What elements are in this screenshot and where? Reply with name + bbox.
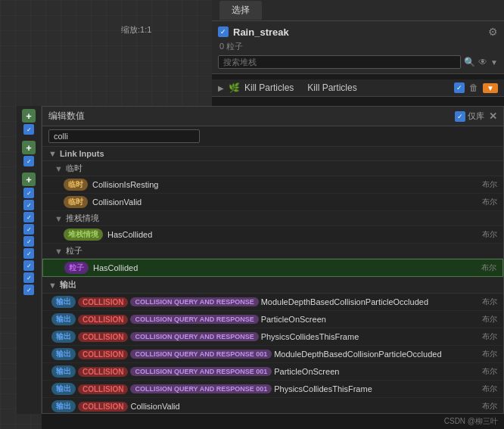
search-row: 🔍 👁 ▼ (218, 55, 498, 69)
output-type-4: 布尔 (482, 349, 497, 359)
output-item-5[interactable]: 输出 COLLISION COLLISION QUERY AND RESPONS… (42, 363, 503, 381)
output-label-7: CollisionValid (130, 402, 480, 411)
collision-tag-5: COLLISION (78, 367, 128, 377)
shuchu-tag-5: 输出 (51, 365, 76, 378)
rain-header: ✓ Rain_streak ⚙ (218, 26, 498, 38)
lizi-subsection-header[interactable]: ▼ 粒子 (42, 244, 503, 259)
rain-title: Rain_streak (233, 26, 289, 38)
lizi-label: 粒子 (66, 245, 82, 256)
output-item-1[interactable]: 输出 COLLISION COLLISION QUERY AND RESPONS… (42, 294, 503, 311)
linshi-tag-1: 临时 (64, 179, 88, 191)
output-item-7[interactable]: 输出 COLLISION CollisionValid 布尔 (42, 398, 503, 414)
left-actions-column: + ✓ + ✓ + ✓ ✓ ✓ ✓ ✓ ✓ ✓ ✓ ✓ (17, 106, 42, 414)
has-collided-lizi-label: HasCollided (93, 263, 477, 272)
collision-valid-linshi-item[interactable]: 临时 CollisionValid 布尔 (42, 194, 503, 211)
check-4[interactable]: ✓ (23, 200, 34, 210)
check-2[interactable]: ✓ (23, 156, 34, 166)
check-10[interactable]: ✓ (23, 272, 34, 283)
select-tab[interactable]: 选择 (219, 1, 262, 20)
library-label: 仅库 (468, 110, 484, 122)
check-9[interactable]: ✓ (23, 260, 34, 271)
kill-trash-icon[interactable]: 🗑 (469, 82, 478, 93)
filter-input[interactable] (48, 129, 200, 143)
check-8[interactable]: ✓ (23, 248, 34, 259)
collision-response-tag-4: COLLISION QUERY AND RESPONSE 001 (130, 350, 272, 359)
collision-valid-linshi-type: 布尔 (482, 197, 497, 207)
output-type-2: 布尔 (482, 314, 497, 325)
kill-section-label: Kill Particles (244, 82, 294, 93)
add-item-button-1[interactable]: + (22, 109, 36, 123)
close-button[interactable]: ✕ (489, 110, 497, 122)
output-label-4: ModuleDepthBasedCollisionParticleOcclude… (274, 350, 480, 359)
collision-tag-2: COLLISION (78, 315, 128, 325)
shuchu-tag-1: 输出 (51, 296, 76, 308)
output-label: 输出 (60, 279, 76, 291)
linshi-subsection-header[interactable]: ▼ 临时 (42, 161, 503, 176)
add-item-button-2[interactable]: + (22, 141, 36, 154)
duidzhan-subsection-header[interactable]: ▼ 推栈情境 (42, 211, 503, 226)
output-label-1: ModuleDepthBasedCollisionParticleOcclude… (261, 297, 480, 306)
settings-gear-icon[interactable]: ⚙ (488, 26, 498, 38)
collision-response-tag-1: COLLISION QUERY AND RESPONSE (130, 297, 258, 306)
shuchu-tag-2: 输出 (51, 313, 76, 325)
collision-is-resting-item[interactable]: 临时 CollisionIsResting 布尔 (42, 176, 503, 194)
check-7[interactable]: ✓ (23, 236, 34, 247)
shuchu-tag-4: 输出 (51, 348, 76, 360)
csdn-label: CSDN @柳三叶 (444, 416, 498, 427)
check-11[interactable]: ✓ (23, 284, 34, 295)
output-item-6[interactable]: 输出 COLLISION COLLISION QUERY AND RESPONS… (42, 381, 503, 398)
eye-icon[interactable]: 👁 (478, 57, 487, 67)
output-type-5: 布尔 (482, 366, 497, 377)
kill-icon: 🌿 (229, 82, 240, 93)
editor-panel: 编辑数值 ✓ 仅库 ✕ ▼ Link Inputs ▼ 临时 临时 Collis… (42, 106, 504, 414)
rain-panel: ✓ Rain_streak ⚙ 0 粒子 🔍 👁 ▼ (212, 21, 504, 74)
output-header[interactable]: ▼ 输出 (42, 277, 503, 294)
rain-enabled-checkbox[interactable]: ✓ (218, 26, 229, 37)
collision-tag-6: COLLISION (78, 384, 128, 394)
editor-panel-title: 编辑数值 (48, 110, 85, 123)
collision-is-resting-label: CollisionIsResting (92, 180, 478, 189)
linshi-label: 临时 (66, 163, 82, 174)
collision-is-resting-type: 布尔 (482, 179, 497, 190)
particle-count: 0 粒子 (219, 41, 498, 52)
collision-response-tag-6: COLLISION QUERY AND RESPONSE 001 (130, 384, 272, 393)
collision-response-tag-3: COLLISION QUERY AND RESPONSE (130, 332, 258, 341)
kill-dropdown-btn[interactable]: ▼ (483, 83, 498, 93)
output-label-6: PhysicsCollidesThisFrame (274, 384, 480, 393)
check-6[interactable]: ✓ (23, 224, 34, 235)
kill-particles-checkbox[interactable]: ✓ (454, 82, 465, 93)
output-item-2[interactable]: 输出 COLLISION COLLISION QUERY AND RESPONS… (42, 311, 503, 328)
check-1[interactable]: ✓ (23, 124, 34, 135)
has-collided-duidzhan-item[interactable]: 堆栈情境 HasCollided 布尔 (42, 226, 503, 244)
check-3[interactable]: ✓ (23, 188, 34, 198)
search-icon: 🔍 (464, 57, 475, 67)
add-item-button-3[interactable]: + (22, 173, 36, 186)
library-checkbox[interactable]: ✓ (455, 111, 465, 122)
output-item-3[interactable]: 输出 COLLISION COLLISION QUERY AND RESPONS… (42, 328, 503, 346)
link-inputs-section: ▼ Link Inputs ▼ 临时 临时 CollisionIsResting… (42, 147, 503, 277)
collision-tag-3: COLLISION (78, 332, 128, 342)
filter-row (42, 126, 503, 147)
link-inputs-header[interactable]: ▼ Link Inputs (42, 147, 503, 161)
shuchu-tag-3: 输出 (51, 331, 76, 343)
rain-title-row: ✓ Rain_streak (218, 26, 289, 38)
dropdown-arrow-icon[interactable]: ▼ (490, 58, 498, 67)
collision-tag-4: COLLISION (78, 350, 128, 359)
stack-search-input[interactable] (218, 55, 461, 69)
bottom-strip: CSDN @柳三叶 (42, 414, 504, 429)
collision-tag-1: COLLISION (78, 297, 128, 307)
output-section: ▼ 输出 输出 COLLISION COLLISION QUERY AND RE… (42, 277, 503, 414)
link-inputs-label: Link Inputs (60, 149, 104, 158)
lizi-tag: 粒子 (64, 262, 89, 274)
output-item-4[interactable]: 输出 COLLISION COLLISION QUERY AND RESPONS… (42, 346, 503, 363)
output-type-3: 布尔 (482, 331, 497, 342)
collision-valid-linshi-label: CollisionValid (92, 197, 478, 207)
duidzhan-label: 推栈情境 (66, 213, 99, 224)
has-collided-lizi-type: 布尔 (481, 263, 496, 273)
zoom-label: 缩放:1:1 (121, 24, 151, 36)
check-5[interactable]: ✓ (23, 212, 34, 222)
output-label-3: PhysicsCollidesThisFrame (261, 332, 480, 341)
library-checkbox-row: ✓ 仅库 (455, 110, 484, 122)
editor-actions: ✓ 仅库 ✕ (455, 110, 497, 122)
has-collided-lizi-item[interactable]: 粒子 HasCollided 布尔 (42, 259, 503, 277)
